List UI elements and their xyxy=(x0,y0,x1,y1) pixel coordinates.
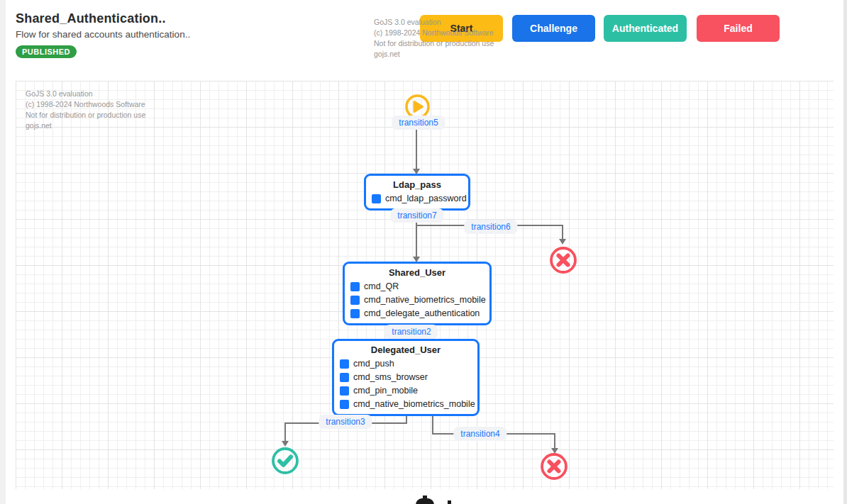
partial-icon xyxy=(448,500,451,504)
command-square-icon xyxy=(340,400,349,409)
command-square-icon xyxy=(340,386,349,396)
gojs-watermark-canvas: GoJS 3.0 evaluation (c) 1998-2024 Northw… xyxy=(26,89,145,131)
command-label: cmd_native_biometrics_mobile xyxy=(364,295,486,305)
command-square-icon xyxy=(372,194,381,203)
left-gutter xyxy=(0,0,6,504)
node-title: Delegated_User xyxy=(340,345,472,355)
link-ldap-to-fail[interactable] xyxy=(562,225,563,239)
fail-node-x-icon[interactable] xyxy=(549,246,577,274)
watermark-line: gojs.net xyxy=(374,49,494,60)
command-item[interactable]: cmd_QR xyxy=(350,281,484,291)
fail-node-x-icon[interactable] xyxy=(540,452,568,481)
command-label: cmd_QR xyxy=(364,281,399,291)
command-label: cmd_pin_mobile xyxy=(353,386,418,396)
node-title: Ldap_pass xyxy=(372,179,463,190)
page-subtitle: Flow for shared accounts authentication.… xyxy=(16,29,190,40)
failed-button[interactable]: Failed xyxy=(697,15,780,42)
partial-icon xyxy=(416,498,434,504)
command-label: cmd_native_biometrics_mobile xyxy=(353,399,475,409)
command-square-icon xyxy=(350,282,360,291)
command-label: cmd_push xyxy=(353,359,394,369)
link-delegated-to-success[interactable] xyxy=(284,422,286,441)
command-square-icon xyxy=(340,373,349,382)
arrowhead-icon xyxy=(282,441,289,447)
command-label: cmd_delegate_authentication xyxy=(364,308,480,318)
state-node-ldap-pass[interactable]: Ldap_pass cmd_ldap_password xyxy=(364,174,470,211)
diagram-canvas[interactable]: GoJS 3.0 evaluation (c) 1998-2024 Northw… xyxy=(16,81,834,489)
link-start-to-ldap[interactable] xyxy=(416,130,417,170)
transition-label-4[interactable]: transition4 xyxy=(453,427,506,441)
command-item[interactable]: cmd_sms_browser xyxy=(340,372,472,382)
watermark-line: gojs.net xyxy=(26,121,145,131)
transition-label-5[interactable]: transition5 xyxy=(392,116,445,130)
authenticated-button[interactable]: Authenticated xyxy=(604,15,687,42)
watermark-line: (c) 1998-2024 Northwoods Software xyxy=(26,99,145,110)
command-item[interactable]: cmd_native_biometrics_mobile xyxy=(340,399,472,409)
success-node-check-icon[interactable] xyxy=(271,447,299,475)
transition-label-3[interactable]: transition3 xyxy=(319,415,372,429)
command-item[interactable]: cmd_push xyxy=(340,359,472,369)
command-item[interactable]: cmd_ldap_password xyxy=(372,194,463,203)
start-button[interactable]: Start xyxy=(420,15,503,42)
command-square-icon xyxy=(340,359,349,369)
state-node-delegated-user[interactable]: Delegated_User cmd_push cmd_sms_browser … xyxy=(332,339,480,416)
arrowhead-icon xyxy=(559,239,566,245)
command-square-icon xyxy=(350,296,360,305)
transition-label-7[interactable]: transition7 xyxy=(390,208,443,223)
link-delegated-to-fail[interactable] xyxy=(432,415,433,435)
app-window: Shared_Authentication.. Flow for shared … xyxy=(0,0,847,504)
command-label: cmd_sms_browser xyxy=(353,372,428,382)
command-item[interactable]: cmd_native_biometrics_mobile xyxy=(350,295,484,305)
transition-label-2[interactable]: transition2 xyxy=(384,325,438,339)
node-title: Shared_User xyxy=(350,267,484,278)
link-delegated-to-fail[interactable] xyxy=(554,433,555,448)
watermark-line: GoJS 3.0 evaluation xyxy=(26,89,145,99)
challenge-button[interactable]: Challenge xyxy=(512,15,595,42)
transition-label-6[interactable]: transition6 xyxy=(464,220,517,234)
command-item[interactable]: cmd_pin_mobile xyxy=(340,386,472,396)
command-label: cmd_ldap_password xyxy=(385,194,467,203)
command-square-icon xyxy=(350,309,360,318)
page-title: Shared_Authentication.. xyxy=(16,11,166,26)
right-scrollbar[interactable] xyxy=(843,0,847,504)
state-node-shared-user[interactable]: Shared_User cmd_QR cmd_native_biometrics… xyxy=(343,262,492,325)
watermark-line: Not for distribution or production use xyxy=(26,110,145,121)
command-item[interactable]: cmd_delegate_authentication xyxy=(350,308,484,318)
status-badge: PUBLISHED xyxy=(16,45,77,58)
